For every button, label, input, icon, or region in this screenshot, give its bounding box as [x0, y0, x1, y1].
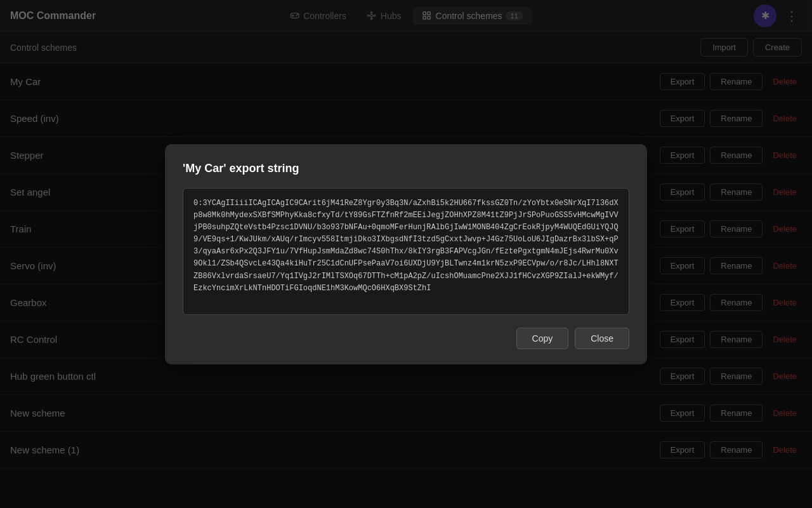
copy-button[interactable]: Copy: [516, 328, 569, 349]
close-button[interactable]: Close: [575, 328, 629, 349]
modal-title: 'My Car' export string: [183, 162, 629, 175]
modal-footer: Copy Close: [183, 328, 629, 349]
export-modal: 'My Car' export string 0:3YCAgIIiiiICAgI…: [165, 144, 647, 364]
export-string-box[interactable]: 0:3YCAgIIiiiICAgICAgIC9CArit6jM41ReZ8Ygr…: [183, 188, 629, 315]
modal-overlay[interactable]: 'My Car' export string 0:3YCAgIIiiiICAgI…: [0, 0, 812, 508]
